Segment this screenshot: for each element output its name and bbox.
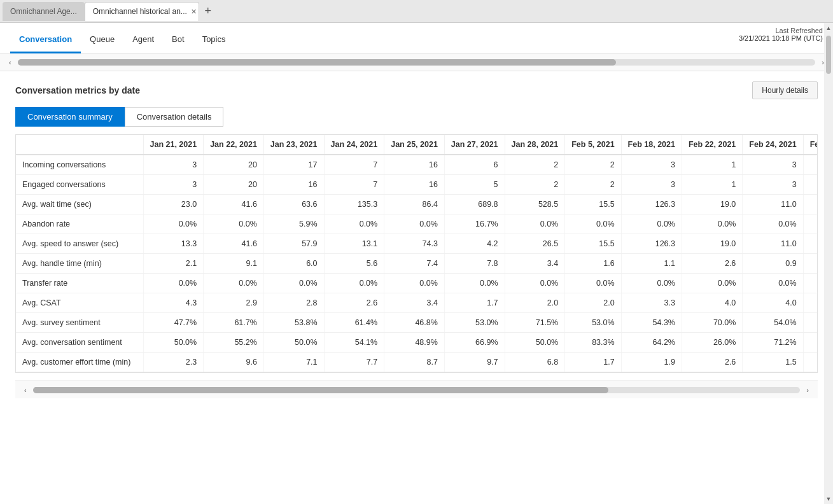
cell-value: 0.0% bbox=[803, 274, 818, 293]
cell-value: 16 bbox=[384, 175, 445, 195]
nav-item-bot[interactable]: Bot bbox=[163, 27, 193, 53]
scrollbar-thumb-vertical bbox=[826, 36, 831, 74]
content-area: ‹ › Conversation metrics by date Hourly … bbox=[0, 53, 833, 504]
cell-value: 64.2% bbox=[621, 333, 682, 353]
scroll-thumb-bottom bbox=[33, 387, 608, 393]
cell-value: 16 bbox=[384, 155, 445, 175]
tab-omnichannel-historical[interactable]: Omnichannel historical an... ✕ bbox=[85, 2, 199, 21]
cell-value: 10.8 bbox=[803, 234, 818, 254]
cell-value: 0.0% bbox=[505, 214, 565, 234]
cell-value: 7.1 bbox=[263, 353, 324, 372]
cell-value: 0.0% bbox=[204, 214, 264, 234]
cell-value: 4.2 bbox=[444, 234, 505, 254]
cell-value: 0.0% bbox=[505, 274, 565, 293]
nav-item-topics[interactable]: Topics bbox=[193, 27, 235, 53]
table-row: Transfer rate0.0%0.0%0.0%0.0%0.0%0.0%0.0… bbox=[16, 274, 818, 293]
cell-value: 0.0% bbox=[143, 274, 204, 293]
cell-value: 9.7 bbox=[444, 353, 505, 372]
cell-value: 70.0% bbox=[682, 313, 742, 333]
cell-value: 135.3 bbox=[324, 195, 384, 214]
col-header-empty bbox=[16, 135, 143, 155]
col-header: Jan 28, 2021 bbox=[505, 135, 565, 155]
cell-value: 0.0% bbox=[384, 214, 445, 234]
cell-value: 15.5 bbox=[565, 195, 621, 214]
cell-value: 7 bbox=[324, 155, 384, 175]
cell-value: 1.5 bbox=[743, 353, 803, 372]
table-header-row: Jan 21, 2021Jan 22, 2021Jan 23, 2021Jan … bbox=[16, 135, 818, 155]
cell-value: 2.3 bbox=[143, 353, 204, 372]
browser-tab-bar: Omnichannel Age... Omnichannel historica… bbox=[0, 0, 833, 23]
row-label: Avg. CSAT bbox=[16, 293, 143, 313]
col-header: Jan 27, 2021 bbox=[444, 135, 505, 155]
cell-value: 1.1 bbox=[621, 254, 682, 274]
cell-value: 54.3% bbox=[621, 313, 682, 333]
cell-value: 71.6% bbox=[803, 333, 818, 353]
table-row: Avg. speed to answer (sec)13.341.657.913… bbox=[16, 234, 818, 254]
cell-value: 66.9% bbox=[444, 333, 505, 353]
tab-omnichannel-agent[interactable]: Omnichannel Age... bbox=[3, 2, 85, 21]
scroll-track-bottom[interactable] bbox=[33, 387, 801, 393]
cell-value: 0.9 bbox=[743, 254, 803, 274]
cell-value: 5 bbox=[803, 155, 818, 175]
nav-item-agent[interactable]: Agent bbox=[123, 27, 163, 53]
cell-value: 3 bbox=[743, 175, 803, 195]
cell-value: 0.0% bbox=[743, 214, 803, 234]
hourly-details-button[interactable]: Hourly details bbox=[752, 81, 818, 99]
cell-value: 19.0 bbox=[682, 234, 742, 254]
section-header: Conversation metrics by date Hourly deta… bbox=[15, 81, 818, 99]
col-header: Jan 21, 2021 bbox=[143, 135, 204, 155]
cell-value: 46.8% bbox=[384, 313, 445, 333]
cell-value: 6.3 bbox=[803, 254, 818, 274]
cell-value: 528.5 bbox=[505, 195, 565, 214]
scrollbar-down-arrow[interactable]: ▼ bbox=[824, 494, 833, 504]
cell-value: 16.7% bbox=[444, 214, 505, 234]
cell-value: 9.1 bbox=[204, 254, 264, 274]
scrollbar-up-arrow[interactable]: ▲ bbox=[824, 23, 833, 33]
cell-value: 54.1% bbox=[324, 333, 384, 353]
scroll-right-bottom-arrow[interactable]: › bbox=[802, 385, 813, 395]
cell-value: 3 bbox=[143, 175, 204, 195]
table-row: Incoming conversations320177166223135 bbox=[16, 155, 818, 175]
scroll-track-top[interactable] bbox=[18, 59, 816, 66]
tab-label: Omnichannel Age... bbox=[10, 7, 77, 16]
section-title: Conversation metrics by date bbox=[15, 85, 140, 95]
cell-value: 50.0% bbox=[143, 333, 204, 353]
row-label: Engaged conversations bbox=[16, 175, 143, 195]
cell-value: 0.0% bbox=[324, 214, 384, 234]
nav-item-conversation[interactable]: Conversation bbox=[10, 27, 81, 53]
cell-value: 0.0% bbox=[384, 274, 445, 293]
col-header: Jan 23, 2021 bbox=[263, 135, 324, 155]
cell-value: 41.6 bbox=[204, 234, 264, 254]
cell-value: 3.4 bbox=[384, 293, 445, 313]
scroll-left-arrow[interactable]: ‹ bbox=[5, 57, 15, 67]
cell-value: 3.4 bbox=[505, 254, 565, 274]
close-icon[interactable]: ✕ bbox=[191, 8, 197, 16]
nav-item-queue[interactable]: Queue bbox=[81, 27, 123, 53]
cell-value: 53.8% bbox=[263, 313, 324, 333]
cell-value: 13.1 bbox=[324, 234, 384, 254]
nav-bar: Conversation Queue Agent Bot Topics Last… bbox=[0, 23, 833, 53]
cell-value: 17 bbox=[263, 155, 324, 175]
cell-value: 4.0 bbox=[682, 293, 742, 313]
cell-value: 3 bbox=[621, 155, 682, 175]
cell-value: 4.3 bbox=[143, 293, 204, 313]
scroll-left-bottom-arrow[interactable]: ‹ bbox=[20, 385, 31, 395]
cell-value: 2.1 bbox=[143, 254, 204, 274]
cell-value: 23.0 bbox=[143, 195, 204, 214]
metrics-table: Jan 21, 2021Jan 22, 2021Jan 23, 2021Jan … bbox=[16, 135, 818, 372]
col-header: Feb 24, 2021 bbox=[743, 135, 803, 155]
cell-value: 0.0% bbox=[621, 214, 682, 234]
cell-value: 0.0% bbox=[263, 274, 324, 293]
cell-value: 1.6 bbox=[565, 254, 621, 274]
cell-value: 11.0 bbox=[743, 195, 803, 214]
cell-value: 2.9 bbox=[204, 293, 264, 313]
tab-details-button[interactable]: Conversation details bbox=[125, 107, 224, 127]
cell-value: 1.7 bbox=[565, 353, 621, 372]
cell-value: 5 bbox=[444, 175, 505, 195]
tab-summary-button[interactable]: Conversation summary bbox=[15, 107, 125, 127]
cell-value: 6 bbox=[444, 155, 505, 175]
cell-value: 10.8 bbox=[803, 195, 818, 214]
cell-value: 6.0 bbox=[263, 254, 324, 274]
cell-value: 20 bbox=[204, 175, 264, 195]
new-tab-button[interactable]: + bbox=[199, 3, 217, 20]
